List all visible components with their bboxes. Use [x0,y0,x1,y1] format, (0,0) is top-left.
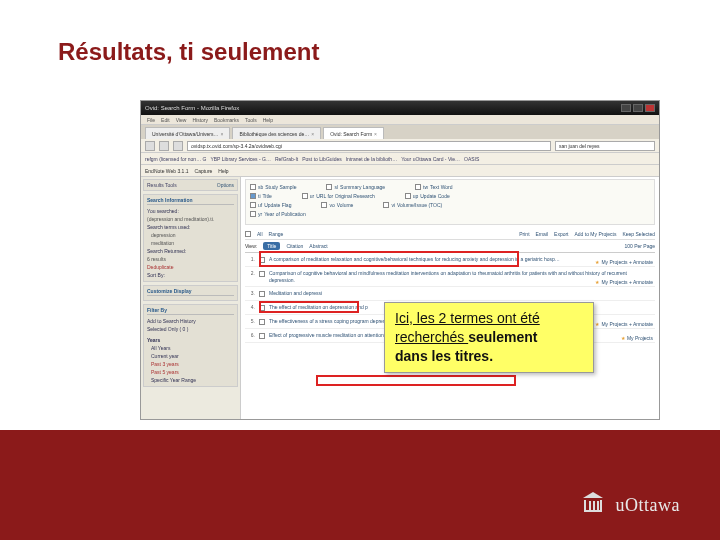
capture-button[interactable]: Capture [195,168,213,174]
checkbox-icon[interactable] [321,202,327,208]
result-actions[interactable]: ★My Projects [621,335,653,341]
result-number: 5. [247,318,255,325]
bookmark-item[interactable]: refgm (licensed for non… G [145,156,206,162]
result-checkbox[interactable] [259,291,265,297]
filter-by-header[interactable]: Filter By [147,307,234,315]
checkbox-icon[interactable] [326,184,332,190]
menu-tools[interactable]: Tools [245,117,257,123]
endnote-button[interactable]: EndNote Web 3.1.1 [145,168,189,174]
checkbox-checked-icon[interactable] [250,193,256,199]
tab-close-icon[interactable]: × [374,131,377,137]
browser-tab[interactable]: Université d'Ottawa/Univers…× [145,127,230,139]
field-vo[interactable]: vo Volume [321,202,353,208]
result-row[interactable]: 1.A comparison of meditation relaxation … [245,253,655,267]
view-title-tab[interactable]: Title [263,242,280,250]
result-row[interactable]: 3.Meditation and depressi [245,287,655,301]
customize-display-box[interactable]: Customize Display [143,285,238,301]
result-title[interactable]: Meditation and depressi [269,290,653,297]
menu-view[interactable]: View [176,117,187,123]
bookmark-item[interactable]: Post to LibGuides [302,156,341,162]
perpage-select[interactable]: 100 Per Page [624,243,655,249]
reload-button[interactable] [173,141,183,151]
field-ur[interactable]: ur URL for Original Research [302,193,375,199]
year-specific[interactable]: Specific Year Range [147,376,234,384]
bookmarks-bar: refgm (licensed for non… G YBP Library S… [141,153,659,165]
field-ti[interactable]: ti Title [250,193,272,199]
checkbox-icon[interactable] [405,193,411,199]
email-button[interactable]: Email [536,231,549,237]
checkbox-icon[interactable] [250,184,256,190]
view-abstract-tab[interactable]: Abstract [309,243,327,249]
field-vi[interactable]: vi Volume/Issue (TOC) [383,202,442,208]
browser-tab[interactable]: Bibliothèque des sciences de…× [232,127,321,139]
maximize-button[interactable] [633,104,643,112]
browser-tab-active[interactable]: Ovid: Search Form× [323,127,384,139]
keep-selected-button[interactable]: Keep Selected [622,231,655,237]
browser-search-input[interactable]: san juan del reyes [555,141,655,151]
export-button[interactable]: Export [554,231,568,237]
results-toolbar: All Range Print Email Export Add to My P… [245,229,655,240]
field-uf[interactable]: uf Update Flag [250,202,291,208]
bookmark-item[interactable]: OASIS [464,156,479,162]
result-number: 6. [247,332,255,339]
checkbox-icon[interactable] [302,193,308,199]
year-all[interactable]: All Years [147,344,234,352]
range-link[interactable]: Range [269,231,284,237]
checkbox-icon[interactable] [415,184,421,190]
menu-history[interactable]: History [192,117,208,123]
result-checkbox[interactable] [259,271,265,277]
year-past3[interactable]: Past 3 years [147,360,234,368]
minimize-button[interactable] [621,104,631,112]
year-current[interactable]: Current year [147,352,234,360]
result-checkbox[interactable] [259,319,265,325]
result-actions[interactable]: ★My Projects + Annotate [595,279,653,285]
menu-file[interactable]: File [147,117,155,123]
options-link[interactable]: Options [217,182,234,188]
menu-help[interactable]: Help [263,117,273,123]
year-past5[interactable]: Past 5 years [147,368,234,376]
result-actions[interactable]: ★My Projects + Annotate [595,259,653,265]
star-icon: ★ [621,335,625,341]
filter-add-history[interactable]: Add to Search History [147,317,234,325]
left-sidebar: Results Tools Options Search Information… [141,177,241,419]
bookmark-item[interactable]: Intranet de la biblioth… [346,156,397,162]
annotation-line2a: recherchés [395,329,468,345]
back-button[interactable] [145,141,155,151]
result-checkbox[interactable] [259,305,265,311]
view-citation-tab[interactable]: Citation [286,243,303,249]
footer-band: uOttawa [0,430,720,540]
tab-close-icon[interactable]: × [311,131,314,137]
result-row[interactable]: 2.Comparison of cognitive behavioral and… [245,267,655,287]
forward-button[interactable] [159,141,169,151]
checkbox-icon[interactable] [250,211,256,217]
field-sl[interactable]: sl Summary Language [326,184,385,190]
search-info-header[interactable]: Search Information [147,197,234,205]
years-header[interactable]: Years [147,336,234,344]
print-button[interactable]: Print [519,231,529,237]
menu-bookmarks[interactable]: Bookmarks [214,117,239,123]
help-button[interactable]: Help [218,168,228,174]
select-all-checkbox[interactable] [245,231,251,237]
bookmark-item[interactable]: YBP Library Services - G… [210,156,270,162]
result-checkbox[interactable] [259,257,265,263]
address-input[interactable]: ovidsp.tx.ovid.com/sp-3.4.2a/ovidweb.cgi [187,141,551,151]
checkbox-icon[interactable] [383,202,389,208]
deduplicate-link[interactable]: Deduplicate [147,263,234,271]
checkbox-icon[interactable] [250,202,256,208]
bookmark-item[interactable]: Your uOttawa Card - Vie… [401,156,460,162]
slide-title: Résultats, ti seulement [0,0,720,66]
add-projects-button[interactable]: Add to My Projects [575,231,617,237]
close-button[interactable] [645,104,655,112]
field-tw[interactable]: tw Text Word [415,184,452,190]
field-up[interactable]: up Update Code [405,193,450,199]
bookmark-item[interactable]: RefGrab-It [275,156,298,162]
field-yr[interactable]: yr Year of Publication [250,211,306,217]
tab-close-icon[interactable]: × [221,131,224,137]
search-query-text: (depression and meditation).ti. [147,215,234,223]
result-actions[interactable]: ★My Projects + Annotate [595,321,653,327]
all-link[interactable]: All [257,231,263,237]
menu-edit[interactable]: Edit [161,117,170,123]
filter-selected-only[interactable]: Selected Only ( 0 ) [147,325,234,333]
field-sb[interactable]: sb Study Sample [250,184,296,190]
result-checkbox[interactable] [259,333,265,339]
